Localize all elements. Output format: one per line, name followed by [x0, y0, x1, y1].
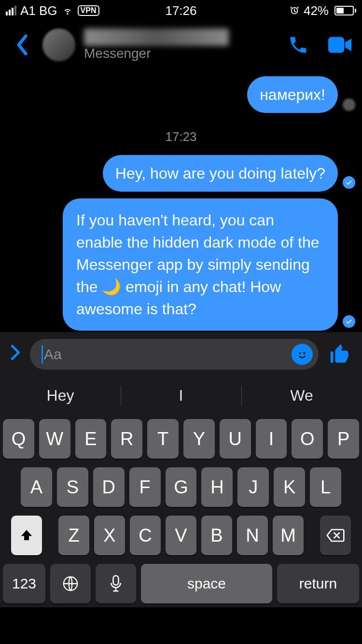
key-f[interactable]: F — [129, 467, 161, 507]
key-d[interactable]: D — [93, 467, 125, 507]
key-z[interactable]: Z — [58, 516, 89, 555]
key-c[interactable]: C — [130, 516, 161, 555]
key-a[interactable]: A — [21, 467, 52, 507]
key-o[interactable]: O — [292, 419, 323, 459]
contact-name — [84, 28, 229, 46]
key-v[interactable]: V — [166, 516, 196, 555]
smiley-icon — [295, 347, 309, 362]
thumbs-up-icon — [329, 343, 351, 365]
chevron-right-icon — [11, 344, 20, 361]
key-globe[interactable] — [50, 564, 91, 603]
key-x[interactable]: X — [94, 516, 125, 555]
video-icon — [328, 35, 351, 55]
key-numbers[interactable]: 123 — [3, 564, 45, 603]
svg-point-1 — [295, 348, 309, 361]
mic-icon — [109, 575, 123, 592]
sent-message[interactable]: намерих! — [247, 76, 338, 113]
contact-subtitle: Messenger — [84, 46, 278, 61]
like-button[interactable] — [328, 343, 351, 366]
key-g[interactable]: G — [166, 467, 197, 507]
suggestion[interactable]: We — [241, 377, 362, 414]
key-l[interactable]: L — [310, 467, 341, 507]
wifi-icon — [61, 6, 74, 15]
message-input[interactable]: Aa — [30, 339, 319, 370]
chat-scroll[interactable]: намерих! 17:23 Hey, how are you doing la… — [0, 69, 362, 332]
back-button[interactable] — [11, 33, 34, 56]
key-t[interactable]: T — [147, 419, 179, 459]
svg-rect-5 — [113, 575, 118, 585]
message-placeholder: Aa — [44, 346, 292, 363]
contact-avatar[interactable] — [42, 28, 75, 61]
key-i[interactable]: I — [256, 419, 287, 459]
shift-icon — [19, 528, 34, 543]
text-cursor — [42, 345, 43, 364]
key-e[interactable]: E — [75, 419, 107, 459]
video-call-button[interactable] — [328, 33, 351, 56]
alarm-icon — [289, 5, 300, 16]
key-k[interactable]: K — [274, 467, 305, 507]
delivered-icon — [343, 315, 355, 328]
expand-actions-button[interactable] — [11, 344, 20, 365]
audio-call-button[interactable] — [287, 33, 310, 56]
battery-pct: 42% — [304, 3, 329, 18]
key-u[interactable]: U — [220, 419, 251, 459]
key-s[interactable]: S — [57, 467, 88, 507]
key-backspace[interactable] — [320, 516, 351, 555]
globe-icon — [62, 575, 79, 592]
key-y[interactable]: Y — [183, 419, 215, 459]
key-shift[interactable] — [11, 516, 42, 555]
status-bar: A1 BG VPN 17:26 42% — [0, 0, 362, 21]
delivered-icon — [343, 176, 355, 189]
key-r[interactable]: R — [111, 419, 142, 459]
svg-point-3 — [303, 352, 305, 354]
vpn-badge: VPN — [78, 5, 99, 16]
key-return[interactable]: return — [277, 564, 359, 603]
svg-point-2 — [299, 352, 301, 354]
svg-rect-0 — [328, 37, 344, 53]
key-q[interactable]: Q — [3, 419, 34, 459]
keyboard-suggestions: Hey I We — [0, 377, 362, 414]
suggestion[interactable]: I — [121, 377, 241, 414]
key-j[interactable]: J — [237, 467, 269, 507]
key-n[interactable]: N — [237, 516, 268, 555]
contact-info[interactable]: Messenger — [84, 28, 278, 61]
chat-timestamp: 17:23 — [7, 129, 355, 144]
chevron-left-icon — [16, 34, 28, 56]
phone-icon — [288, 34, 309, 56]
read-receipt-avatar — [343, 98, 355, 111]
key-h[interactable]: H — [201, 467, 233, 507]
sent-message[interactable]: Hey, how are you doing lately? — [103, 155, 338, 192]
battery-icon — [333, 6, 356, 15]
composer-bar: Aa — [0, 332, 362, 377]
key-b[interactable]: B — [201, 516, 232, 555]
suggestion[interactable]: Hey — [0, 377, 121, 414]
chat-header: Messenger — [0, 21, 362, 69]
keyboard: Q W E R T Y U I O P A S D F G H J K L — [0, 414, 362, 607]
key-w[interactable]: W — [39, 419, 70, 459]
sent-message[interactable]: If you haven't heard, you can enable the… — [63, 198, 338, 331]
signal-icon — [6, 6, 16, 15]
key-space[interactable]: space — [141, 564, 272, 603]
backspace-icon — [326, 528, 345, 543]
carrier-label: A1 BG — [20, 3, 57, 18]
key-p[interactable]: P — [328, 419, 359, 459]
emoji-button[interactable] — [292, 344, 313, 365]
key-m[interactable]: M — [273, 516, 304, 555]
key-dictation[interactable] — [96, 564, 136, 603]
